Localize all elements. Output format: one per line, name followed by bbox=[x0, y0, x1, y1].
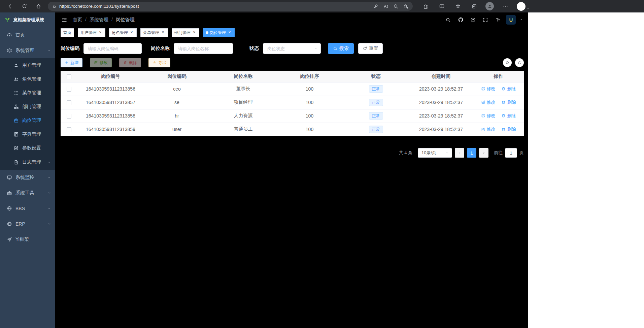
row-delete-link[interactable]: 删除 bbox=[501, 126, 516, 132]
pagination: 共 4 条 10条/页 1 前往 页 bbox=[61, 148, 524, 158]
tab-menu-management[interactable]: 菜单管理× bbox=[140, 28, 168, 37]
sidebar-item-dictionary-management[interactable]: 字典管理 bbox=[0, 127, 55, 141]
export-button[interactable]: 导出 bbox=[148, 58, 170, 67]
row-checkbox[interactable] bbox=[67, 87, 71, 92]
tab-user-management[interactable]: 用户管理× bbox=[78, 28, 105, 37]
sidebar-item-user-management[interactable]: 用户管理 bbox=[0, 58, 55, 72]
browser-back-button[interactable] bbox=[5, 2, 15, 11]
read-aloud-icon[interactable] bbox=[382, 2, 390, 10]
trash-icon bbox=[501, 113, 506, 118]
status-select-input[interactable] bbox=[263, 43, 321, 54]
search-button[interactable]: 搜索 bbox=[328, 43, 354, 54]
tab-department-management[interactable]: 部门管理× bbox=[172, 28, 199, 37]
status-badge: 正常 bbox=[369, 126, 383, 133]
row-edit-link[interactable]: 修改 bbox=[481, 86, 496, 92]
sidebar: 意框架管理系统 首页 系统管理 用户管理 角色管理 菜单管理 bbox=[0, 12, 55, 328]
select-all-checkbox[interactable] bbox=[67, 74, 71, 79]
post-table: 岗位编号 岗位编码 岗位名称 岗位排序 状态 创建时间 操作 164103059… bbox=[61, 71, 524, 136]
github-icon[interactable] bbox=[456, 15, 465, 24]
page-size-select[interactable]: 10条/页 bbox=[418, 148, 452, 158]
close-icon[interactable]: × bbox=[227, 30, 232, 35]
extensions-icon[interactable] bbox=[421, 2, 430, 11]
zoom-out-icon[interactable] bbox=[392, 2, 400, 10]
edit-button[interactable]: 修改 bbox=[90, 58, 112, 67]
close-icon[interactable]: × bbox=[161, 30, 165, 35]
avatar-caret-icon[interactable] bbox=[519, 18, 523, 22]
reset-button[interactable]: 重置 bbox=[358, 43, 383, 54]
tab-role-management[interactable]: 角色管理× bbox=[109, 28, 137, 37]
breadcrumb-system-management[interactable]: 系统管理 bbox=[90, 17, 116, 23]
goto-page-input[interactable] bbox=[505, 148, 517, 158]
row-edit-link[interactable]: 修改 bbox=[481, 99, 496, 105]
search-icon bbox=[505, 61, 510, 65]
sidebar-item-bbs[interactable]: BBS bbox=[0, 201, 55, 216]
add-favorite-icon[interactable] bbox=[402, 2, 410, 10]
sidebar-item-log-management[interactable]: 日志管理 bbox=[0, 155, 55, 170]
pagination-total: 共 4 条 bbox=[399, 150, 412, 156]
fullscreen-icon[interactable] bbox=[481, 15, 490, 24]
prev-page-button[interactable] bbox=[455, 148, 464, 158]
chevron-down-icon bbox=[47, 160, 51, 164]
tab-home[interactable]: 首页 bbox=[61, 28, 74, 37]
sidebar-item-menu-management[interactable]: 菜单管理 bbox=[0, 86, 55, 100]
row-delete-link[interactable]: 删除 bbox=[501, 113, 516, 119]
refresh-table-button[interactable] bbox=[515, 58, 524, 67]
sidebar-item-system-monitor[interactable]: 系统监控 bbox=[0, 170, 55, 185]
help-icon[interactable] bbox=[469, 15, 477, 24]
sidebar-item-erp[interactable]: ERP bbox=[0, 216, 55, 232]
table-row: 1641030593112313859 user 普通员工 100 正常 202… bbox=[61, 123, 524, 136]
row-checkbox[interactable] bbox=[67, 100, 71, 105]
browser-profile-avatar[interactable] bbox=[485, 2, 494, 10]
address-bar[interactable]: https://ccnetcore.com:1101/system/post bbox=[48, 2, 413, 11]
post-name-label: 岗位名称 bbox=[151, 45, 170, 52]
chevron-down-icon bbox=[47, 175, 51, 179]
tab-post-management[interactable]: 岗位管理× bbox=[203, 28, 235, 37]
post-code-input[interactable] bbox=[83, 43, 142, 54]
post-name-input[interactable] bbox=[174, 43, 233, 54]
text-size-icon[interactable] bbox=[494, 15, 502, 24]
collections-icon[interactable] bbox=[469, 2, 479, 11]
password-key-icon[interactable] bbox=[372, 2, 380, 10]
close-icon[interactable]: × bbox=[98, 30, 103, 35]
status-badge: 正常 bbox=[369, 112, 383, 120]
row-checkbox[interactable] bbox=[67, 114, 71, 119]
sidebar-item-role-management[interactable]: 角色管理 bbox=[0, 72, 55, 86]
sidebar-item-parameter-settings[interactable]: 参数设置 bbox=[0, 141, 55, 155]
browser-refresh-button[interactable] bbox=[20, 2, 29, 11]
close-icon[interactable]: × bbox=[129, 30, 134, 35]
header-search-icon[interactable] bbox=[444, 15, 452, 24]
delete-button[interactable]: 删除 bbox=[119, 58, 141, 67]
add-button[interactable]: 新增 bbox=[61, 58, 82, 67]
row-edit-link[interactable]: 修改 bbox=[481, 113, 496, 119]
app-title: 意框架管理系统 bbox=[13, 17, 44, 23]
sidebar-item-system-tools[interactable]: 系统工具 bbox=[0, 185, 55, 201]
sidebar-item-system-management[interactable]: 系统管理 bbox=[0, 43, 55, 58]
split-screen-icon[interactable] bbox=[437, 2, 446, 11]
browser-toolbar: b bbox=[421, 2, 530, 11]
status-select[interactable] bbox=[263, 43, 321, 54]
url-text: https://ccnetcore.com:1101/system/post bbox=[59, 4, 369, 9]
sidebar-collapse-button[interactable] bbox=[61, 17, 67, 23]
sidebar-item-post-management[interactable]: 岗位管理 bbox=[0, 113, 55, 127]
row-edit-link[interactable]: 修改 bbox=[481, 126, 496, 132]
breadcrumb-home[interactable]: 首页 bbox=[73, 17, 90, 23]
table-row: 1641030593112313856 ceo 董事长 100 正常 2023-… bbox=[61, 82, 524, 96]
close-icon[interactable]: × bbox=[192, 30, 197, 35]
row-checkbox[interactable] bbox=[67, 127, 71, 132]
row-delete-link[interactable]: 删除 bbox=[501, 99, 516, 105]
next-page-button[interactable] bbox=[479, 148, 488, 158]
globe-icon bbox=[7, 221, 12, 227]
page-number-1[interactable]: 1 bbox=[467, 148, 476, 158]
goto-label: 前往 bbox=[494, 150, 503, 156]
favorites-icon[interactable] bbox=[453, 2, 463, 11]
browser-home-button[interactable] bbox=[34, 2, 43, 11]
sidebar-item-department-management[interactable]: 部门管理 bbox=[0, 100, 55, 113]
sidebar-item-yi-framework[interactable]: Yi框架 bbox=[0, 232, 55, 247]
toggle-search-button[interactable] bbox=[503, 58, 512, 67]
bing-sidebar-button[interactable]: b bbox=[517, 2, 530, 11]
chevron-down-icon bbox=[445, 151, 449, 155]
browser-menu-icon[interactable] bbox=[501, 2, 510, 11]
user-avatar[interactable] bbox=[506, 15, 516, 25]
row-delete-link[interactable]: 删除 bbox=[501, 86, 516, 92]
sidebar-item-home[interactable]: 首页 bbox=[0, 27, 55, 43]
